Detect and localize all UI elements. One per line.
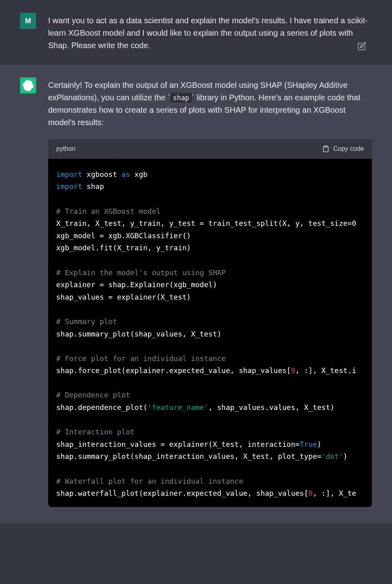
code-token: ) <box>343 452 347 460</box>
code-token: import <box>56 182 82 191</box>
user-message: M I want you to act as a data scientist … <box>0 0 392 65</box>
svg-rect-0 <box>325 146 327 147</box>
code-block: python Copy code import xgboost as xgb i… <box>48 139 372 507</box>
code-token: , :], X_te <box>313 489 356 497</box>
code-token: shap <box>82 182 104 191</box>
code-comment: # Waterfall plot for an individual insta… <box>56 477 243 485</box>
code-line: explainer = shap.Explainer(xgb_model) <box>56 280 217 289</box>
code-token: shap.waterfall_plot(explainer.expected_v… <box>56 489 309 497</box>
code-language-label: python <box>56 144 75 154</box>
code-token: , shap_values.values, X_test) <box>208 403 334 412</box>
code-token: as <box>122 170 130 178</box>
copy-code-button[interactable]: Copy code <box>322 145 364 152</box>
code-token: shap.summary_plot(shap_interaction_value… <box>56 452 321 460</box>
code-token: , :], X_test.i <box>295 366 356 375</box>
assistant-avatar <box>20 77 36 93</box>
code-block-body[interactable]: import xgboost as xgb import shap # Trai… <box>48 159 372 507</box>
code-token: import <box>56 170 82 178</box>
code-token: shap.dependence_plot( <box>56 403 148 412</box>
assistant-content: Certainly! To explain the output of an X… <box>48 77 372 507</box>
user-content: I want you to act as a data scientist an… <box>48 13 372 52</box>
user-avatar-letter: M <box>25 17 31 25</box>
code-token: xgb <box>130 170 147 178</box>
code-token: shap_interaction_values = explainer(X_te… <box>56 440 300 448</box>
clipboard-icon <box>322 145 329 152</box>
code-block-header: python Copy code <box>48 139 372 159</box>
code-token: shap.force_plot(explainer.expected_value… <box>56 366 291 375</box>
code-comment: # Explain the model's output using SHAP <box>56 268 226 277</box>
code-token: 0 <box>291 366 295 375</box>
edit-button[interactable] <box>356 40 368 53</box>
code-line: X_train, X_test, y_train, y_test = train… <box>56 219 356 227</box>
user-avatar: M <box>20 13 36 29</box>
backtick: ` <box>168 93 171 102</box>
edit-icon <box>357 42 366 51</box>
code-comment: # Dependence plot <box>56 391 130 399</box>
assistant-intro: Certainly! To explain the output of an X… <box>48 79 372 129</box>
assistant-message: Certainly! To explain the output of an X… <box>0 65 392 523</box>
code-comment: # Force plot for an individual instance <box>56 354 226 363</box>
code-line: shap_values = explainer(X_test) <box>56 293 191 301</box>
code-token: 'dot' <box>321 452 343 460</box>
inline-code-shap: shap <box>171 93 192 103</box>
user-text: I want you to act as a data scientist an… <box>48 14 372 52</box>
code-comment: # Interaction plot <box>56 428 134 436</box>
code-line: xgb_model = xgb.XGBClassifier() <box>56 231 191 240</box>
code-token: 0 <box>309 489 313 497</box>
code-line: xgb_model.fit(X_train, y_train) <box>56 243 191 252</box>
code-token: 'feature_name' <box>148 403 209 412</box>
code-token: xgboost <box>82 170 122 178</box>
assistant-logo-icon <box>22 80 34 91</box>
code-token: ) <box>317 440 321 448</box>
code-token: True <box>300 440 317 448</box>
code-line: shap.summary_plot(shap_values, X_test) <box>56 330 221 338</box>
code-comment: # Summary plot <box>56 317 117 326</box>
copy-code-label: Copy code <box>333 145 364 152</box>
code-comment: # Train an XGBoost model <box>56 207 160 215</box>
